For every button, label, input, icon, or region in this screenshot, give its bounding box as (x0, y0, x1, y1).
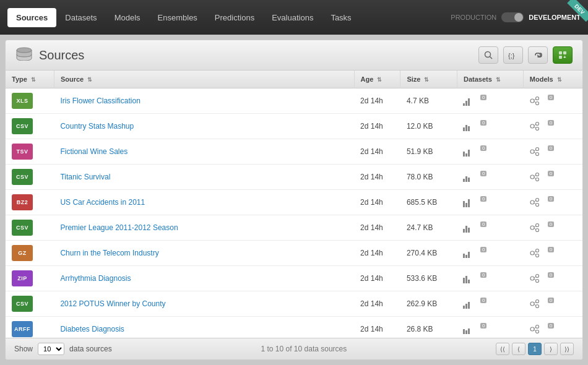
sources-table: Type ⇅ Source ⇅ Age ⇅ Size ⇅ (6, 71, 582, 338)
source-link[interactable]: Country Stats Mashup (60, 122, 134, 131)
cell-size: 533.6 KB (400, 266, 457, 291)
type-badge: TSV (12, 144, 33, 160)
model-icon (529, 324, 540, 334)
page-next-button[interactable]: ⟩ (544, 343, 558, 355)
model-action[interactable]: 0 (529, 248, 554, 258)
svg-line-31 (534, 200, 536, 202)
cell-source: 2012 POTUS Winner by County (54, 291, 354, 317)
cell-datasets: 0 (457, 139, 523, 165)
dataset-action[interactable]: 0 (463, 197, 488, 207)
svg-line-57 (534, 330, 536, 331)
cell-source: US Car Accidents in 2011 (54, 190, 354, 215)
nav-datasets[interactable]: Datasets (56, 8, 105, 27)
cell-size: 262.9 KB (400, 291, 457, 317)
svg-point-38 (530, 251, 534, 255)
model-icon (529, 147, 540, 157)
col-age[interactable]: Age ⇅ (354, 71, 400, 88)
source-link[interactable]: Premier League 2011-2012 Season (60, 223, 178, 232)
dataset-action[interactable]: 0 (463, 324, 488, 334)
dataset-count: 0 (480, 95, 486, 100)
cell-size: 78.0 KB (400, 165, 457, 190)
dataset-action[interactable]: 0 (463, 248, 488, 258)
cell-type: ZIP (6, 266, 54, 291)
source-link[interactable]: US Car Accidents in 2011 (60, 198, 145, 207)
sources-icon (15, 47, 33, 64)
nav-sources[interactable]: Sources (7, 8, 56, 27)
nav-models[interactable]: Models (106, 8, 149, 27)
col-type[interactable]: Type ⇅ (6, 71, 54, 88)
page-last-button[interactable]: ⟩⟩ (560, 343, 574, 355)
model-icon (529, 273, 540, 283)
upload-button[interactable]: + (553, 46, 573, 64)
col-models[interactable]: Models ⇅ (523, 71, 582, 88)
sources-label: data sources (69, 345, 112, 353)
source-link[interactable]: Iris Flower Classification (60, 97, 140, 105)
env-toggle-switch[interactable] (501, 12, 524, 22)
svg-point-19 (536, 148, 539, 151)
col-source[interactable]: Source ⇅ (54, 71, 354, 88)
svg-point-13 (530, 124, 534, 128)
cell-datasets: 0 (457, 241, 523, 266)
show-select[interactable]: 10 25 50 (38, 343, 64, 355)
svg-point-18 (530, 150, 534, 153)
upload-icon: + (558, 51, 567, 59)
dataset-action[interactable]: 0 (463, 147, 488, 157)
model-action[interactable]: 0 (529, 96, 554, 106)
sort-icon-datasets: ⇅ (496, 77, 501, 83)
type-badge: CSV (12, 169, 33, 185)
cell-type: CSV (6, 215, 54, 241)
model-action[interactable]: 0 (529, 223, 554, 233)
col-size[interactable]: Size ⇅ (400, 71, 457, 88)
svg-point-40 (536, 254, 539, 257)
link-button[interactable] (528, 46, 548, 64)
page-1-button[interactable]: 1 (528, 343, 542, 355)
cell-models: 0 (523, 114, 582, 139)
cell-models: 0 (523, 241, 582, 266)
model-action[interactable]: 0 (529, 299, 554, 309)
model-action[interactable]: 0 (529, 121, 554, 131)
svg-line-16 (534, 124, 536, 126)
cell-source: Country Stats Mashup (54, 114, 354, 139)
dataset-action[interactable]: 0 (463, 172, 488, 182)
dataset-action[interactable]: 0 (463, 299, 488, 309)
type-badge: CSV (12, 296, 33, 312)
model-action[interactable]: 0 (529, 324, 554, 334)
table-row: CSV Titanic Survival 2d 14h 78.0 KB 0 (6, 165, 582, 190)
svg-point-39 (536, 249, 539, 252)
dataset-bar-icon (463, 299, 470, 309)
model-action[interactable]: 0 (529, 273, 554, 283)
page-prev-button[interactable]: ⟨ (512, 343, 525, 355)
source-link[interactable]: Arrhythmia Diagnosis (60, 274, 131, 283)
dataset-action[interactable]: 0 (463, 96, 488, 106)
source-link[interactable]: Fictional Wine Sales (60, 147, 128, 156)
cell-models: 0 (523, 165, 582, 190)
cell-age: 2d 14h (354, 190, 400, 215)
model-action[interactable]: 0 (529, 147, 554, 157)
col-datasets[interactable]: Datasets ⇅ (457, 71, 523, 88)
source-link[interactable]: 2012 POTUS Winner by County (60, 299, 165, 308)
svg-point-54 (536, 325, 539, 328)
dataset-action[interactable]: 0 (463, 121, 488, 131)
nav-predictions[interactable]: Predictions (206, 8, 263, 27)
model-icon (529, 121, 540, 131)
model-count: 0 (548, 171, 554, 176)
model-action[interactable]: 0 (529, 197, 554, 207)
model-count: 0 (548, 298, 554, 303)
model-count: 0 (548, 272, 554, 278)
page-first-button[interactable]: ⟨⟨ (496, 343, 509, 355)
search-button[interactable] (478, 46, 498, 64)
nav-evaluations[interactable]: Evaluations (263, 8, 322, 27)
model-action[interactable]: 0 (529, 172, 554, 182)
source-link[interactable]: Titanic Survival (60, 173, 110, 181)
source-link[interactable]: Diabetes Diagnosis (60, 325, 124, 333)
nav-tasks[interactable]: Tasks (322, 8, 360, 27)
dev-badge (558, 0, 588, 30)
cell-models: 0 (523, 291, 582, 317)
sources-table-container: Type ⇅ Source ⇅ Age ⇅ Size ⇅ (6, 71, 582, 338)
source-link[interactable]: Churn in the Telecom Industry (60, 249, 158, 257)
dataset-action[interactable]: 0 (463, 273, 488, 283)
nav-ensembles[interactable]: Ensembles (149, 8, 206, 27)
code-button[interactable]: {;} (503, 46, 523, 64)
dataset-action[interactable]: 0 (463, 223, 488, 233)
cell-type: GZ (6, 241, 54, 266)
